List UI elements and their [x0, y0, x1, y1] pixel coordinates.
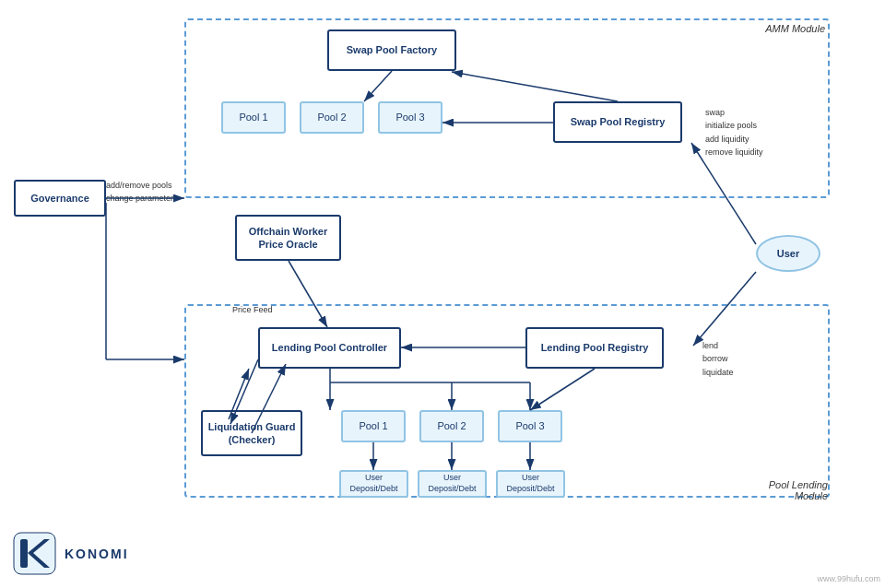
lend-pool3-box: Pool 3: [498, 410, 562, 442]
price-feed-label: Price Feed: [232, 304, 273, 316]
liquidation-guard-box: Liquidation Guard (Checker): [201, 410, 302, 456]
svg-rect-25: [20, 539, 28, 568]
lend-actions-label: lendborrowliquidate: [702, 339, 734, 379]
lending-module-label: Pool LendingModule: [769, 479, 828, 501]
amm-pool2-box: Pool 2: [300, 101, 364, 134]
deposit1-box: User Deposit/Debt: [339, 470, 408, 498]
amm-pool1-box: Pool 1: [221, 101, 286, 134]
user-ellipse: User: [756, 235, 820, 272]
amm-module-label: AMM Module: [765, 23, 825, 34]
svg-rect-24: [14, 533, 55, 574]
swap-pool-factory-box: Swap Pool Factory: [327, 29, 456, 71]
lending-pool-registry-box: Lending Pool Registry: [525, 327, 664, 369]
konomi-logo-icon: [9, 528, 60, 579]
offchain-worker-box: Offchain Worker Price Oracle: [235, 215, 341, 261]
swap-actions-label: swapinitialize poolsadd liquidityremove …: [705, 106, 763, 159]
swap-pool-registry-box: Swap Pool Registry: [553, 101, 682, 143]
lend-pool1-box: Pool 1: [341, 410, 406, 442]
governance-box: Governance: [14, 180, 106, 217]
logo-area: KONOMI: [9, 528, 129, 579]
deposit3-box: User Deposit/Debt: [496, 470, 565, 498]
lending-pool-controller-box: Lending Pool Controller: [258, 327, 401, 369]
add-remove-label: add/remove poolschange parameters: [106, 180, 178, 205]
lend-pool2-box: Pool 2: [419, 410, 484, 442]
konomi-logo-text: KONOMI: [65, 547, 129, 561]
watermark: www.99hufu.com: [817, 574, 880, 583]
deposit2-box: User Deposit/Debt: [418, 470, 487, 498]
amm-pool3-box: Pool 3: [378, 101, 442, 134]
